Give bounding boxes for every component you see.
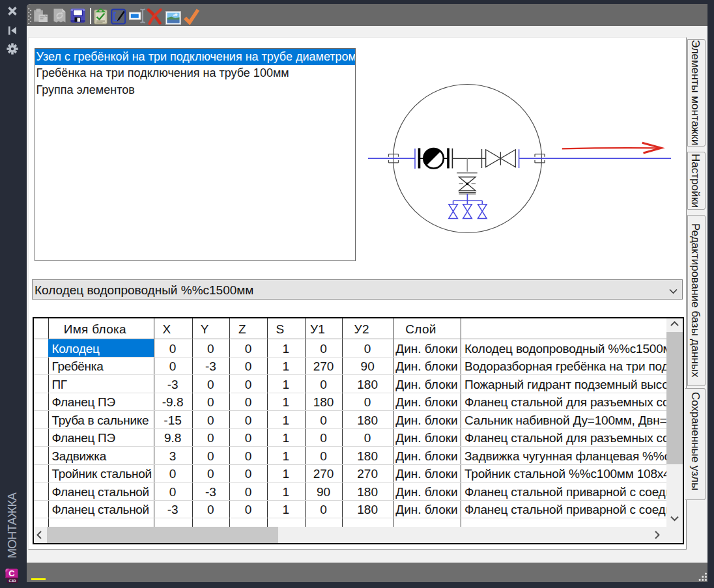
- svg-text:C3D: C3D: [8, 579, 16, 583]
- svg-text:C: C: [8, 568, 15, 578]
